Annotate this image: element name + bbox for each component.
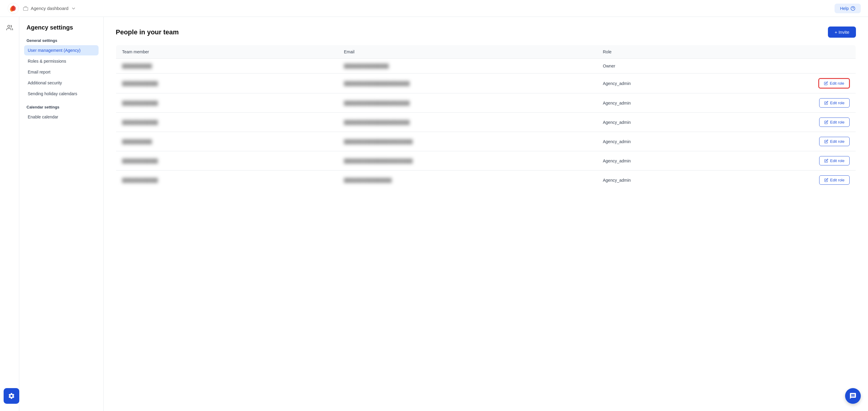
table-row: ███████████████████████████████████Agenc…: [116, 151, 856, 170]
cell-action: Edit role: [745, 151, 856, 170]
cell-action: Edit role: [745, 132, 856, 151]
table-header-row: Team member Email Role: [116, 45, 856, 59]
icon-bar-users[interactable]: [4, 22, 16, 34]
chat-bubble[interactable]: [845, 388, 861, 404]
edit-role-button[interactable]: Edit role: [819, 98, 849, 107]
nav-breadcrumb[interactable]: Agency dashboard: [23, 6, 76, 11]
sidebar-item-email-report[interactable]: Email report: [24, 67, 98, 77]
col-header-email: Email: [338, 45, 597, 59]
sidebar-item-roles-permissions[interactable]: Roles & permissions: [24, 56, 98, 66]
calendar-section-label: Calendar settings: [24, 105, 98, 109]
cell-member: ████████████: [116, 113, 338, 132]
sidebar-item-sending-holiday[interactable]: Sending holiday calendars: [24, 89, 98, 99]
app-layout: Agency settings General settings User ma…: [0, 17, 868, 411]
cell-email: ██████████████████████: [338, 113, 597, 132]
sidebar-item-additional-security[interactable]: Additional security: [24, 78, 98, 88]
cell-email: ██████████████████████: [338, 73, 597, 93]
cell-member: ████████████: [116, 73, 338, 93]
svg-rect-2: [24, 7, 28, 10]
edit-role-button[interactable]: Edit role: [819, 156, 849, 165]
edit-role-button[interactable]: Edit role: [819, 176, 849, 185]
cell-role: Agency_admin: [597, 113, 745, 132]
main-content: People in your team + Invite Team member…: [104, 17, 868, 411]
sidebar-item-enable-calendar[interactable]: Enable calendar: [24, 112, 98, 122]
cell-action: Edit role: [745, 93, 856, 113]
edit-role-button[interactable]: Edit role: [818, 78, 849, 88]
col-header-member: Team member: [116, 45, 338, 59]
help-label: Help: [840, 6, 849, 11]
cell-email: ███████████████████████: [338, 132, 597, 151]
general-settings-section: General settings User management (Agency…: [24, 38, 98, 99]
team-section-title: People in your team: [116, 28, 179, 36]
cell-role: Agency_admin: [597, 170, 745, 190]
general-section-label: General settings: [24, 38, 98, 43]
settings-sidebar: Agency settings General settings User ma…: [19, 17, 104, 411]
edit-role-button[interactable]: Edit role: [819, 118, 849, 127]
invite-button[interactable]: + Invite: [828, 27, 856, 38]
table-row: ████████████████████████████Agency_admin…: [116, 170, 856, 190]
settings-page-title: Agency settings: [24, 24, 98, 31]
cell-member: ██████████: [116, 132, 338, 151]
help-circle-icon: [850, 6, 855, 11]
cell-role: Agency_admin: [597, 93, 745, 113]
edit-role-button[interactable]: Edit role: [819, 137, 849, 146]
briefcase-icon: [23, 6, 28, 11]
col-header-role: Role: [597, 45, 745, 59]
col-header-action: [745, 45, 856, 59]
sidebar-item-user-management[interactable]: User management (Agency): [24, 45, 98, 56]
topnav-left: Agency dashboard: [7, 2, 76, 14]
content-header: People in your team + Invite: [116, 27, 856, 38]
cell-email: ███████████████: [338, 59, 597, 73]
settings-gear-button[interactable]: [4, 388, 19, 404]
cell-member: ████████████: [116, 93, 338, 113]
cell-action: [745, 59, 856, 73]
cell-member: ██████████: [116, 59, 338, 73]
topnav: Agency dashboard Help: [0, 0, 868, 17]
chevron-down-icon: [71, 6, 76, 11]
cell-member: ████████████: [116, 170, 338, 190]
table-row: ██████████████████████████████████Agency…: [116, 113, 856, 132]
cell-action: Edit role: [745, 170, 856, 190]
help-button[interactable]: Help: [835, 4, 861, 13]
calendar-settings-section: Calendar settings Enable calendar: [24, 105, 98, 122]
cell-member: ████████████: [116, 151, 338, 170]
table-row: █████████████████████████████████Agency_…: [116, 132, 856, 151]
team-table: Team member Email Role █████████████████…: [116, 45, 856, 190]
cell-action: Edit role: [745, 113, 856, 132]
cell-email: ███████████████████████: [338, 151, 597, 170]
svg-point-6: [7, 25, 10, 27]
table-row: ██████████████████████████████████Agency…: [116, 73, 856, 93]
logo-icon: [7, 2, 19, 14]
gear-icon: [8, 392, 15, 400]
cell-role: Owner: [597, 59, 745, 73]
table-row: █████████████████████████Owner: [116, 59, 856, 73]
cell-action: Edit role: [745, 73, 856, 93]
icon-bar: [0, 17, 19, 411]
cell-email: ████████████████: [338, 170, 597, 190]
cell-role: Agency_admin: [597, 73, 745, 93]
breadcrumb-label: Agency dashboard: [31, 6, 68, 11]
cell-role: Agency_admin: [597, 151, 745, 170]
cell-role: Agency_admin: [597, 132, 745, 151]
table-row: ██████████████████████████████████Agency…: [116, 93, 856, 113]
cell-email: ██████████████████████: [338, 93, 597, 113]
